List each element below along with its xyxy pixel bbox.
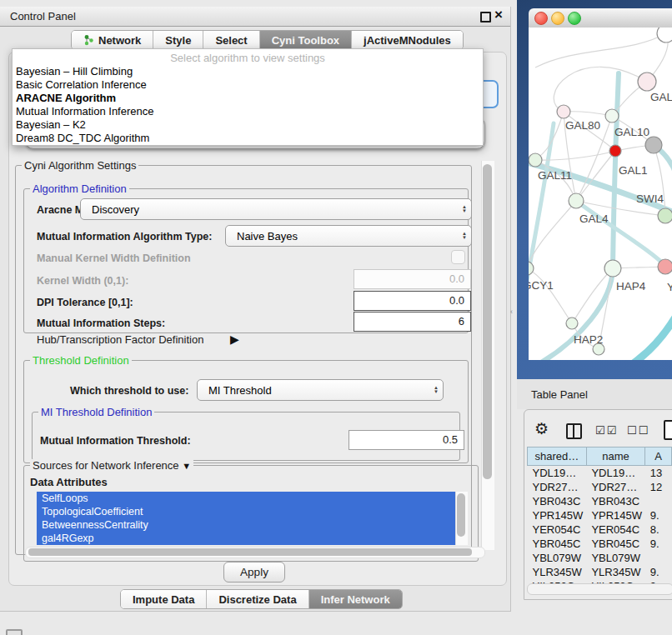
network-canvas[interactable]: GALGAL80GAL10GAL1GAL11GAL4SWI4GCY1HAP4YH…	[529, 28, 672, 360]
minimize-window-icon[interactable]	[551, 12, 564, 25]
network-node[interactable]	[638, 72, 656, 91]
table-header-cell[interactable]: shared…	[528, 448, 587, 466]
dpi-tolerance-field[interactable]: 0.0	[354, 291, 471, 311]
close-icon[interactable]: ×	[494, 7, 503, 23]
network-edge-thick	[576, 201, 667, 268]
network-node[interactable]	[566, 318, 578, 329]
node-label: GAL1	[619, 164, 648, 177]
table-cell: YBL079W	[528, 551, 587, 565]
tab-label: jActiveMNodules	[364, 34, 451, 47]
node-label: HAP2	[574, 333, 603, 346]
attribute-item[interactable]: gal4RGexp	[37, 532, 455, 545]
mi-threshold-field[interactable]: 0.5	[349, 430, 464, 450]
network-node[interactable]	[657, 28, 672, 42]
network-node[interactable]	[609, 145, 621, 157]
dpi-tolerance-label: DPI Tolerance [0,1]:	[37, 297, 133, 308]
network-edge	[564, 112, 612, 116]
collapse-down-icon[interactable]: ▼	[182, 461, 191, 471]
network-node[interactable]	[605, 109, 619, 122]
table-cell: 9.	[645, 565, 672, 579]
aracne-mode-combo[interactable]: Discovery ▲▼	[80, 198, 472, 220]
algorithm-dropdown: Select algorithm to view settings Bayesi…	[12, 48, 484, 146]
algorithm-option[interactable]: Basic Correlation Inference	[13, 78, 483, 92]
algorithm-option[interactable]: ARACNE Algorithm	[13, 92, 483, 105]
network-node[interactable]	[529, 153, 542, 167]
table-row[interactable]: YDR27…YDR27…12	[528, 480, 672, 494]
network-node[interactable]	[569, 193, 584, 208]
table-header-cell[interactable]: name	[586, 448, 644, 466]
network-node[interactable]	[529, 262, 534, 275]
table-cell: YBL079W	[586, 551, 644, 565]
network-node[interactable]	[645, 137, 662, 153]
table-panel-title: Table Panel	[531, 388, 588, 401]
combo-spinner-icon: ▲▼	[458, 205, 471, 213]
table-row[interactable]: YBR045CYBR045C9.	[528, 537, 672, 551]
mode-tab-impute-data[interactable]: Impute Data	[121, 590, 207, 608]
mi-type-combo[interactable]: Naive Bayes ▲▼	[225, 225, 472, 247]
network-edge-thick	[622, 302, 672, 360]
table-cell: YDL19…	[528, 466, 587, 481]
which-threshold-value: MI Threshold	[198, 384, 429, 397]
network-edge	[535, 33, 666, 68]
document-icon[interactable]	[664, 420, 672, 440]
tab-jactivemnodules[interactable]: jActiveMNodules	[352, 31, 463, 49]
deselect-checks-icon[interactable]: ☐☐	[627, 424, 649, 437]
network-node[interactable]	[658, 208, 672, 223]
table-row[interactable]: YBR043CYBR043C	[528, 494, 672, 508]
algorithm-option[interactable]: Bayesian – K2	[13, 118, 483, 132]
select-all-checks-icon[interactable]: ☑☑	[595, 424, 618, 437]
screen: Control Panel × NetworkStyleSelectCyni T…	[0, 0, 672, 635]
mi-threshold-legend: MI Threshold Definition	[38, 406, 154, 418]
table-cell: YPR145W	[586, 508, 644, 522]
apply-button[interactable]: Apply	[223, 562, 285, 582]
dropdown-placeholder: Select algorithm to view settings	[13, 51, 483, 65]
split-columns-icon[interactable]	[566, 423, 582, 439]
close-window-icon[interactable]	[534, 12, 548, 25]
attribute-item[interactable]: SelfLoops	[37, 492, 455, 505]
expand-right-icon[interactable]: ▶	[230, 332, 239, 346]
attr-list-scrollbar-thumb[interactable]	[457, 493, 465, 537]
table-row[interactable]: YPR145WYPR145W9.	[528, 508, 672, 522]
tab-style[interactable]: Style	[153, 31, 203, 49]
zoom-window-icon[interactable]	[568, 12, 581, 25]
attribute-item[interactable]: TopologicalCoefficient	[37, 505, 455, 518]
table-row[interactable]: YER054CYER054C8.	[528, 522, 672, 537]
algorithm-option[interactable]: Bayesian – Hill Climbing	[13, 65, 483, 78]
tab-network[interactable]: Network	[72, 31, 153, 49]
node-label: GAL11	[538, 169, 572, 182]
table-row[interactable]: YLR345WYLR345W9.	[528, 565, 672, 579]
mode-tab-label: Infer Network	[321, 593, 390, 606]
mode-tab-discretize-data[interactable]: Discretize Data	[207, 590, 308, 608]
network-node[interactable]	[557, 105, 570, 118]
algorithm-option[interactable]: Mutual Information Inference	[13, 105, 483, 118]
table-row[interactable]: YDL19…YDL19…13	[528, 466, 672, 481]
algorithm-option[interactable]: Dream8 DC_TDC Algorithm	[13, 132, 483, 145]
float-window-icon[interactable]	[480, 12, 491, 22]
which-threshold-label: Which threshold to use:	[70, 385, 188, 397]
node-label: GAL80	[565, 119, 600, 132]
network-node[interactable]	[658, 259, 672, 274]
mi-steps-field[interactable]: 6	[354, 312, 471, 332]
settings-scrollbar-thumb[interactable]	[483, 164, 492, 479]
kernel-width-field[interactable]: 0.0	[354, 269, 471, 289]
splitter-handle[interactable]: ‹	[510, 308, 513, 316]
table-settings-gear-icon[interactable]: ⚙	[534, 419, 549, 438]
table-header-cell[interactable]: A	[645, 448, 672, 466]
table-row[interactable]: YBL079WYBL079W	[528, 551, 672, 565]
table-cell: YER054C	[528, 522, 587, 537]
network-window-titlebar[interactable]	[529, 8, 672, 28]
manual-kernel-checkbox[interactable]	[451, 250, 465, 264]
tab-cyni-toolbox[interactable]: Cyni Toolbox	[260, 31, 352, 49]
mode-tab-infer-network[interactable]: Infer Network	[309, 590, 402, 608]
table-cell: 9.	[645, 508, 672, 522]
attr-list-hscroll-thumb[interactable]	[28, 548, 472, 556]
table-hscroll[interactable]	[527, 583, 672, 595]
network-node[interactable]	[604, 260, 621, 277]
tab-select[interactable]: Select	[203, 31, 259, 49]
mi-steps-label: Mutual Information Steps:	[37, 318, 165, 329]
docked-panel-icon[interactable]	[6, 629, 23, 635]
hub-definition-label[interactable]: Hub/Transcription Factor Definition	[37, 333, 203, 346]
attribute-item[interactable]: BetweennessCentrality	[37, 518, 455, 532]
which-threshold-combo[interactable]: MI Threshold ▲▼	[197, 379, 444, 401]
mi-type-value: Naive Bayes	[226, 230, 458, 242]
